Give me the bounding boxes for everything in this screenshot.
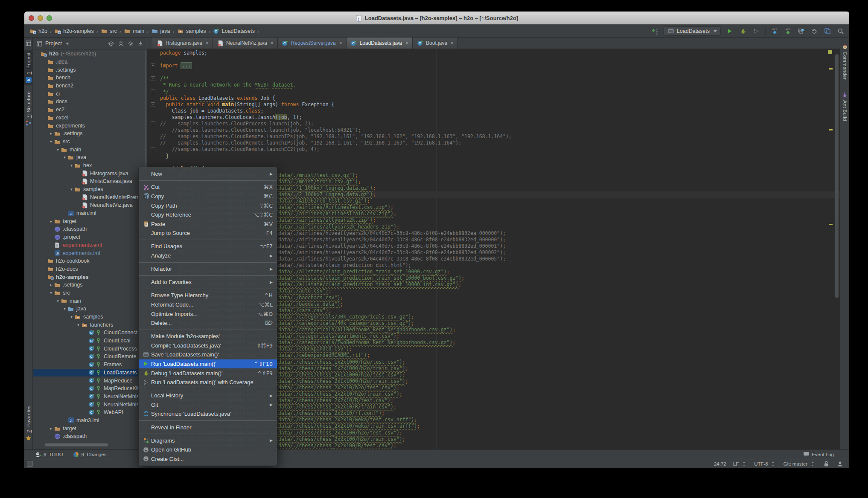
tree-item-src[interactable]: ▾src [33,138,147,146]
chevron-collapsed-icon[interactable]: ▸ [48,131,54,136]
tree-item-ci[interactable]: ci [33,90,147,98]
tree-item-experiments[interactable]: experiments [33,122,147,130]
hector-button[interactable] [836,460,843,467]
tree-item-bench[interactable]: bench [33,74,147,82]
tree-item-bench2[interactable]: bench2 [33,82,147,90]
breadcrumb-item[interactable]: h2o-samples [53,28,95,35]
tree-item-java[interactable]: ▾java [33,305,147,313]
tree-item-main3-iml[interactable]: JImain3.iml [33,417,147,425]
editor-tab-requestserver-java[interactable]: CRequestServer.java× [278,38,347,49]
tool-window-button-project[interactable]: 1: ProjectJI [24,50,33,85]
coverage-button[interactable] [752,26,760,36]
chevron-expanded-icon[interactable]: ▾ [69,315,74,319]
tree-item-docs[interactable]: docs [33,98,147,106]
tree-item-cloudconnect[interactable]: CCloudConnect [33,329,147,337]
chevron-collapsed-icon[interactable]: ▸ [48,219,54,223]
warning-stripe-mark[interactable] [829,68,833,69]
shelf-button[interactable] [797,26,805,36]
tree-item-h2o-samples[interactable]: h2o-samples [33,273,147,281]
chevron-expanded-icon[interactable]: ▾ [62,155,67,159]
tree-item-h2o[interactable]: h2o (~/Source/h2o) [33,50,147,58]
menu-item-run-loaddatasets-main-[interactable]: Run 'LoadDatasets.main()'^⇧F10 [139,359,277,369]
tree-item-h2o-docs[interactable]: h2o-docs [33,265,147,273]
editor-tab-loaddatasets-java[interactable]: CLoadDatasets.java× [347,38,413,49]
tree-item--classpath[interactable]: .classpath [33,432,147,440]
run-configuration-select[interactable]: LoadDatasets [664,26,721,36]
tool-window-button-favorites[interactable]: 2: Favorites [24,403,33,443]
breadcrumb-item[interactable]: samples [176,28,207,35]
search-button[interactable] [836,26,845,36]
chevron-expanded-icon[interactable]: ▾ [69,163,74,168]
tree-item-neuralnetmnistpretr[interactable]: NeuralNetMnistPretr [33,193,147,201]
menu-item-optimize-imports-[interactable]: Optimize Imports...⌥⌘O [139,309,277,318]
menu-item-copy-reference[interactable]: Copy Reference⌥⇧⌘C [139,210,277,220]
vcs-down-button[interactable]: VCS [770,26,779,36]
menu-item-run-loaddatasets-main-with-coverage[interactable]: Run 'LoadDatasets.main()' with Coverage [139,378,277,387]
tool-window-button-commander[interactable]: Commander [841,41,849,82]
menu-item-save-loaddatasets-main-[interactable]: Save 'LoadDatasets.main()' [139,350,277,359]
tool-window-quick-access-button[interactable] [27,461,32,466]
editor-scrollbar[interactable] [835,54,839,298]
menu-item-refactor[interactable]: Refactor▶ [139,264,277,274]
tree-item-histograms-java[interactable]: Histograms.java [33,169,147,177]
tree-item-target[interactable]: ▸target [33,424,147,432]
tool-window-button-antbuild[interactable]: Ant Build [841,90,849,123]
breadcrumb-item[interactable]: java [151,28,171,35]
tree-item-java[interactable]: ▾java [33,153,147,162]
close-tab-icon[interactable]: × [451,40,454,46]
menu-item-copy-path[interactable]: Copy Path⇧⌘C [139,201,277,210]
chevron-collapsed-icon[interactable]: ▸ [48,426,54,431]
status-widget-lf[interactable]: LF [733,460,747,467]
tree-item-neuralnetmnist[interactable]: CNeuralNetMnist [33,393,147,401]
minimize-window-button[interactable] [38,15,43,21]
fold-toggle-icon[interactable]: - [151,102,155,107]
tree-item--classpath[interactable]: .classpath [33,225,147,233]
chevron-expanded-icon[interactable]: ▾ [55,148,61,152]
fold-toggle-icon[interactable]: - [151,122,155,126]
tree-item--settings[interactable]: ▸.settings [33,130,147,138]
collapse-button[interactable] [117,39,124,48]
fold-toggle-icon[interactable]: + [151,64,155,68]
tree-item-main-iml[interactable]: JImain.iml [33,209,147,217]
breadcrumb-item[interactable]: h2o [29,28,48,35]
close-tab-icon[interactable]: × [405,40,408,46]
menu-item-reformat-code-[interactable]: Reformat Code...⌥⌘L [139,300,277,310]
tool-window-button-structure[interactable]: 7: Structure [24,89,33,129]
tool-window-button-todo[interactable]: 6: TODO [35,451,63,458]
menu-item-add-to-favorites[interactable]: Add to Favorites▶ [139,278,277,287]
tree-item-launchers[interactable]: ▾launchers [33,321,147,329]
status-widget-gitmaster[interactable]: Git: master [784,460,816,467]
editor-tab-histograms-java[interactable]: Histograms.java× [152,38,213,49]
tree-item-samples[interactable]: ▾samples [33,313,147,321]
status-widget-utf8[interactable]: UTF-8 [754,460,777,467]
tree-item-loaddatasets[interactable]: CLoadDatasets [33,369,147,377]
tree-item-neuralnetviz-java[interactable]: NeuralNetViz.java [33,201,147,209]
warning-stripe-mark[interactable] [829,129,833,130]
tree-item-samples[interactable]: ▾samples [33,185,147,194]
tree-item-webapi[interactable]: CWebAPI [33,408,147,417]
tree-horizontal-scrollbar[interactable] [45,443,108,446]
tree-item-frames[interactable]: CFrames [33,361,147,369]
hide-button[interactable] [137,39,144,48]
tree-item-neuralnetmnistd[interactable]: CNeuralNetMnistD [33,400,147,408]
tree-item--idea[interactable]: .idea [33,58,147,66]
chevron-expanded-icon[interactable]: ▾ [69,187,74,191]
fold-toggle-icon[interactable]: - [151,76,155,81]
gear-button[interactable] [127,39,134,48]
breadcrumb-item[interactable]: CLoadDatasets [212,28,256,35]
tree-item-h2o-cookbook[interactable]: h2o-cookbook [33,257,147,265]
menu-item-analyze[interactable]: Analyze▶ [139,251,277,261]
fold-toggle-icon[interactable]: - [151,90,155,94]
tree-item-cloudprocess[interactable]: CCloudProcess [33,345,147,353]
menu-item-local-history[interactable]: Local History▶ [139,391,277,400]
menu-item-diagrams[interactable]: Diagrams▶ [139,436,277,445]
tree-item--settings[interactable]: .settings [33,66,147,74]
menu-item-new[interactable]: New▶ [139,169,277,179]
menu-item-browse-type-hierarchy[interactable]: Browse Type Hierarchy^H [139,291,277,300]
zoom-window-button[interactable] [47,15,52,21]
inspection-status-square[interactable] [828,50,832,54]
chevron-expanded-icon[interactable]: ▾ [48,291,54,295]
tree-item-main[interactable]: ▾main [33,145,147,153]
menu-item-delete-[interactable]: Delete...⌦ [139,318,277,328]
menu-item-find-usages[interactable]: Find Usages⌥F7 [139,242,277,251]
